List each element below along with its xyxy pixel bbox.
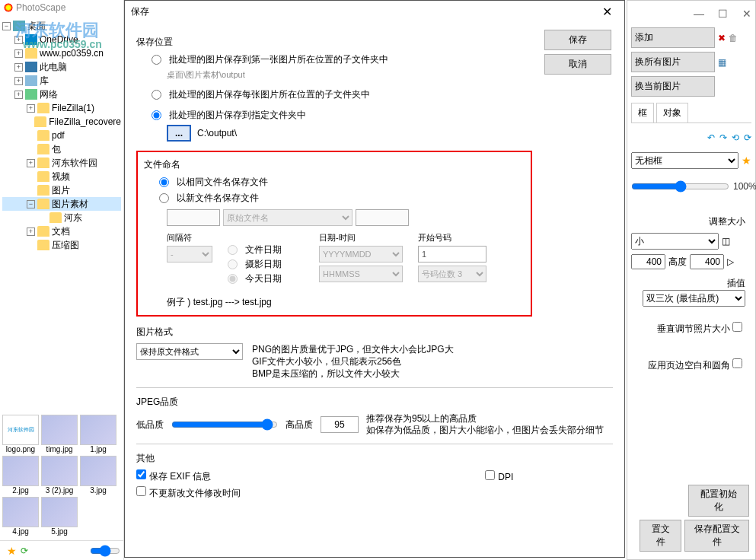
network-icon — [25, 89, 37, 100]
redo-icon[interactable]: ↷ — [719, 132, 727, 143]
tree-item[interactable]: 包 — [2, 142, 121, 156]
jpeg-quality-slider[interactable] — [171, 418, 278, 431]
config-init-button[interactable]: 配置初始化 — [688, 485, 749, 517]
close-icon[interactable]: ✕ — [742, 8, 751, 17]
expand-icon[interactable]: + — [27, 104, 35, 113]
rotate-left-icon[interactable]: ⟲ — [732, 132, 739, 143]
zoom-slider[interactable] — [90, 545, 120, 557]
width-input[interactable] — [631, 254, 665, 269]
tab-frame[interactable]: 框 — [631, 103, 654, 123]
high-quality-label: 高品质 — [285, 418, 313, 431]
minimize-icon[interactable]: — — [694, 8, 703, 17]
separator-select[interactable]: - — [167, 246, 212, 262]
tree-item[interactable]: 压缩图 — [2, 238, 121, 252]
height-input[interactable] — [690, 254, 724, 269]
image-icon[interactable]: ▦ — [718, 57, 726, 68]
star-icon[interactable]: ★ — [742, 154, 751, 167]
resize-label: 调整大小 — [631, 215, 745, 228]
thumbnail[interactable]: 3.jpg — [80, 456, 116, 495]
tab-object[interactable]: 对象 — [656, 103, 688, 123]
no-update-time-checkbox[interactable]: 不更新改文件修改时间 — [136, 486, 241, 500]
filename-option-new[interactable]: 以新文件名保存文件 — [159, 192, 525, 205]
tree-item[interactable]: +FileZilla(1) — [2, 101, 121, 115]
margin-checkbox[interactable]: 应用页边空白和圆角 — [648, 360, 745, 371]
expand-icon[interactable]: + — [14, 91, 23, 99]
tree-item[interactable]: 河东 — [2, 211, 121, 224]
tree-item[interactable]: +河东软件园 — [2, 156, 121, 170]
tree-item[interactable]: FileZilla_recovere — [2, 115, 121, 129]
date-opt-file[interactable]: 文件日期 — [228, 243, 311, 256]
replace-current-button[interactable]: 换当前图片 — [631, 76, 715, 97]
thumbnail[interactable]: 5.jpg — [41, 497, 78, 536]
save-exif-checkbox[interactable]: 保存 EXIF 信息 — [136, 469, 211, 483]
prefix-input[interactable] — [167, 209, 220, 226]
maximize-icon[interactable]: ☐ — [718, 8, 727, 17]
filename-section-highlight: 文件命名 以相同文件名保存文件 以新文件名保存文件 原始文件名 间隔符 - 文件… — [136, 151, 532, 317]
crop-icon[interactable]: ◫ — [722, 236, 730, 247]
close-icon[interactable]: ✕ — [596, 5, 618, 19]
jpeg-quality-value[interactable]: 95 — [321, 416, 359, 433]
tree-item[interactable]: +此电脑 — [2, 60, 121, 74]
size-preset-select[interactable]: 小 — [631, 233, 719, 250]
library-icon — [25, 75, 37, 86]
expand-icon[interactable]: + — [14, 77, 23, 85]
expand-icon[interactable]: + — [14, 49, 23, 58]
tree-item-selected[interactable]: −图片素材 — [2, 197, 121, 211]
collapse-icon[interactable]: − — [27, 200, 35, 208]
save-config-button[interactable]: 保存配置文件 — [684, 520, 749, 552]
start-number-input[interactable] — [418, 246, 486, 262]
filename-option-same[interactable]: 以相同文件名保存文件 — [159, 176, 525, 189]
cancel-button[interactable]: 取消 — [544, 54, 611, 75]
thumbnail[interactable]: 1.jpg — [80, 415, 116, 453]
watermark-url: www.pc0359.cn — [23, 38, 102, 50]
thumbnail[interactable]: 2.jpg — [2, 456, 39, 495]
aspect-checkbox[interactable]: 垂直调节照片大小 — [657, 323, 745, 334]
location-option-3[interactable]: 批处理的图片保存到指定文件夹中 — [152, 109, 613, 122]
main-window: — ☐ ✕ 添加 ✖ 🗑 换所有图片 ▦ 换当前图片 框 对象 ↶ ↷ ⟲ ⟳ … — [627, 0, 756, 560]
format-description: PNG的图片质量优于JPG，但文件大小会比JPG大 GIF文件大小较小，但只能表… — [252, 343, 454, 380]
suffix-input[interactable] — [356, 209, 409, 226]
interp-label: 插值 — [631, 277, 745, 290]
date-opt-today[interactable]: 今天日期 — [228, 272, 311, 285]
delete-icon[interactable]: ✖ — [718, 33, 726, 43]
frame-select[interactable]: 无相框 — [631, 152, 738, 169]
star-icon[interactable]: ★ — [7, 545, 17, 557]
expand-icon[interactable]: + — [27, 228, 35, 236]
rotate-right-icon[interactable]: ⟳ — [744, 132, 751, 143]
date-format-select[interactable]: YYYYMMDD — [319, 246, 403, 262]
config-file-button[interactable]: 置文件 — [640, 520, 681, 552]
expand-icon[interactable]: − — [2, 22, 11, 30]
date-opt-shot[interactable]: 摄影日期 — [228, 258, 311, 271]
refresh-icon[interactable]: ⟳ — [21, 546, 28, 556]
tree-item[interactable]: 视频 — [2, 170, 121, 183]
thumbnail[interactable]: timg.jpg — [41, 415, 78, 453]
expand-icon[interactable]: + — [14, 63, 23, 72]
namepart-select[interactable]: 原始文件名 — [223, 209, 352, 226]
expand-icon[interactable]: + — [27, 159, 35, 167]
save-button[interactable]: 保存 — [544, 30, 611, 50]
undo-icon[interactable]: ↶ — [707, 132, 715, 143]
add-button[interactable]: 添加 — [631, 27, 715, 48]
thumbnail[interactable]: 3 (2).jpg — [41, 456, 78, 495]
tree-item[interactable]: +文档 — [2, 224, 121, 238]
folder-icon — [37, 240, 49, 250]
location-option-2[interactable]: 批处理的图片保存每张图片所在位置的子文件夹中 — [152, 88, 613, 101]
play-icon[interactable]: ▷ — [727, 256, 734, 267]
tree-item[interactable]: pdf — [2, 129, 121, 142]
jpeg-description: 推荐保存为95以上的高品质 如保存为低品质，图片大小能缩小，但图片会丢失部分细节 — [366, 413, 604, 436]
thumbnail[interactable]: 河东软件园logo.png — [2, 415, 39, 453]
interp-select[interactable]: 双三次 (最佳品质) — [643, 290, 745, 307]
folder-tree[interactable]: − 桌面 +OneDrive +www.pc0359.cn +此电脑 +库 +网… — [0, 15, 123, 256]
browse-button[interactable]: ... — [167, 125, 191, 142]
tree-item[interactable]: 图片 — [2, 183, 121, 197]
tree-item[interactable]: +网络 — [2, 88, 121, 101]
tree-item[interactable]: +库 — [2, 74, 121, 88]
replace-all-button[interactable]: 换所有图片 — [631, 52, 715, 72]
dpi-checkbox[interactable]: DPI — [485, 470, 513, 482]
digits-select[interactable]: 号码位数 3 — [418, 266, 486, 282]
zoom-slider[interactable] — [631, 180, 729, 192]
trash-icon[interactable]: 🗑 — [729, 33, 738, 43]
format-select[interactable]: 保持原文件格式 — [136, 343, 243, 360]
time-format-select[interactable]: HHMMSS — [319, 266, 403, 282]
thumbnail[interactable]: 4.jpg — [2, 497, 39, 536]
